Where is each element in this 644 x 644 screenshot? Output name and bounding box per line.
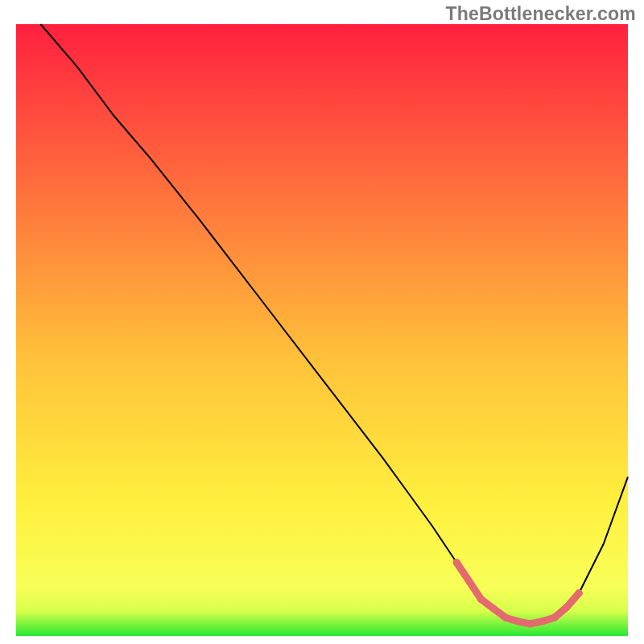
optimal-dot bbox=[453, 559, 460, 566]
optimal-dot bbox=[465, 577, 473, 584]
bottleneck-chart: TheBottleneсker.com bbox=[0, 0, 644, 644]
optimal-dot bbox=[502, 614, 510, 621]
chart-svg bbox=[0, 0, 644, 644]
optimal-dot bbox=[489, 605, 497, 612]
gradient-background bbox=[16, 24, 628, 636]
optimal-dot bbox=[551, 614, 558, 621]
watermark-text: TheBottleneсker.com bbox=[446, 3, 636, 25]
optimal-dot bbox=[564, 604, 571, 611]
optimal-dot bbox=[576, 589, 583, 597]
optimal-dot bbox=[477, 596, 485, 603]
optimal-dot bbox=[514, 617, 522, 625]
optimal-dot bbox=[539, 617, 546, 625]
optimal-dot bbox=[526, 620, 534, 627]
